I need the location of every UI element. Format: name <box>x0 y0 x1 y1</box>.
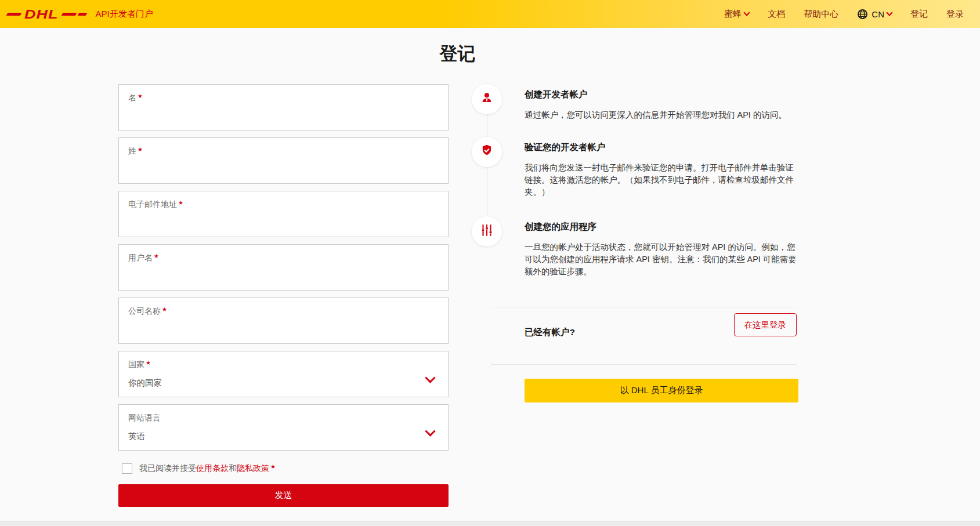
privacy-policy-link[interactable]: 隐私政策 <box>237 463 269 473</box>
first-name-field[interactable]: 名★ <box>118 84 449 130</box>
terms-of-use-link[interactable]: 使用条款 <box>196 463 229 473</box>
nav-login-label: 登录 <box>946 9 964 20</box>
required-star: ★ <box>138 93 143 99</box>
shield-check-icon <box>479 143 494 161</box>
required-star: ★ <box>138 146 143 153</box>
brand: DHL API开发者门户 <box>7 6 153 22</box>
company-name-field[interactable]: 公司名称★ <box>118 298 449 344</box>
nav-apis[interactable]: 蜜蜂 <box>724 9 749 20</box>
logo-speedline-icon <box>61 13 77 16</box>
required-star: ★ <box>162 306 167 313</box>
main-content: 登记 名★ 姓★ 电子邮件地址★ 用户名★ 公司名称★ 国家★ 你的国家 网站语… <box>118 28 797 526</box>
step-connector-line <box>487 114 487 137</box>
first-name-label: 名★ <box>128 93 143 102</box>
step-connector-line <box>487 167 487 216</box>
language-select[interactable]: 网站语言 英语 <box>118 404 449 451</box>
required-star: ★ <box>146 360 151 366</box>
app-circuit-icon <box>479 223 494 240</box>
info-column: 创建开发者帐户 通过帐户，您可以访问更深入的信息并开始管理您对我们 API 的访… <box>472 84 797 444</box>
step3-circle <box>472 216 502 246</box>
nav-register-label: 登记 <box>910 9 928 20</box>
step3: 创建您的应用程序 一旦您的帐户处于活动状态，您就可以开始管理对 API 的访问。… <box>525 221 798 278</box>
step1-body: 通过帐户，您可以访问更深入的信息并开始管理您对我们 API 的访问。 <box>525 109 798 121</box>
country-selected-value: 你的国家 <box>128 378 162 389</box>
logo-speedline-icon <box>77 13 87 16</box>
username-label: 用户名★ <box>128 253 159 262</box>
company-name-label: 公司名称★ <box>128 306 167 315</box>
last-name-label: 姓★ <box>128 146 143 155</box>
already-have-account-text: 已经有帐户? <box>525 327 575 339</box>
chevron-down-icon <box>425 372 435 383</box>
nav-docs-label: 文档 <box>768 9 785 20</box>
step1: 创建开发者帐户 通过帐户，您可以访问更深入的信息并开始管理您对我们 API 的访… <box>525 89 798 121</box>
login-here-button[interactable]: 在这里登录 <box>734 313 797 336</box>
step2: 验证您的开发者帐户 我们将向您发送一封电子邮件来验证您的申请。打开电子邮件并单击… <box>525 142 798 198</box>
nav-login[interactable]: 登录 <box>946 9 964 20</box>
language-selected-value: 英语 <box>128 431 145 442</box>
logo-speedline-icon <box>6 13 22 16</box>
chevron-down-icon <box>744 9 750 16</box>
country-select[interactable]: 国家★ 你的国家 <box>118 351 449 397</box>
nav-help-center[interactable]: 帮助中心 <box>804 9 838 20</box>
email-field[interactable]: 电子邮件地址★ <box>118 191 449 237</box>
step1-circle <box>472 84 502 114</box>
header: DHL API开发者门户 蜜蜂 文档 帮助中心 <box>0 0 980 28</box>
chevron-down-icon <box>886 9 892 16</box>
nav-apis-label: 蜜蜂 <box>724 9 742 20</box>
required-star: ★ <box>178 199 183 206</box>
nav-register[interactable]: 登记 <box>910 9 928 20</box>
terms-row: 我已阅读并接受使用条款和隐私政策★ <box>122 463 449 474</box>
portal-title[interactable]: API开发者门户 <box>96 9 153 20</box>
country-label: 国家★ <box>128 360 151 369</box>
username-field[interactable]: 用户名★ <box>118 244 449 291</box>
chevron-down-icon <box>425 426 435 436</box>
submit-button[interactable]: 发送 <box>118 484 449 507</box>
nav-language-selector[interactable]: CN <box>857 9 892 20</box>
header-nav: 蜜蜂 文档 帮助中心 CN 登记 登录 <box>724 9 964 20</box>
nav-docs[interactable]: 文档 <box>768 9 785 20</box>
terms-text: 我已阅读并接受使用条款和隐私政策★ <box>139 463 276 474</box>
terms-checkbox[interactable] <box>122 463 132 474</box>
page-title: 登记 <box>118 42 797 66</box>
language-label: 网站语言 <box>128 413 161 422</box>
step3-title: 创建您的应用程序 <box>525 221 798 233</box>
step2-body: 我们将向您发送一封电子邮件来验证您的申请。打开电子邮件并单击验证链接。这将激活您… <box>525 162 798 198</box>
step2-title: 验证您的开发者帐户 <box>525 142 798 154</box>
logo-text: DHL <box>24 8 59 21</box>
nav-help-label: 帮助中心 <box>804 9 838 20</box>
footer-edge <box>0 521 980 526</box>
registration-form: 名★ 姓★ 电子邮件地址★ 用户名★ 公司名称★ 国家★ 你的国家 网站语言 英… <box>118 84 449 507</box>
dhl-logo[interactable]: DHL <box>7 6 86 22</box>
divider <box>491 307 797 307</box>
required-star: ★ <box>154 253 159 259</box>
step3-body: 一旦您的帐户处于活动状态，您就可以开始管理对 API 的访问。例如，您可以为您创… <box>525 241 798 278</box>
globe-icon <box>857 9 868 20</box>
email-label: 电子邮件地址★ <box>128 199 183 209</box>
person-icon <box>479 90 494 108</box>
dhl-employee-login-button[interactable]: 以 DHL 员工身份登录 <box>525 379 798 402</box>
required-star: ★ <box>270 463 276 470</box>
step1-title: 创建开发者帐户 <box>525 89 798 101</box>
last-name-field[interactable]: 姓★ <box>118 137 449 184</box>
step2-circle <box>472 137 502 167</box>
nav-language-label: CN <box>871 9 884 19</box>
divider <box>491 364 797 365</box>
